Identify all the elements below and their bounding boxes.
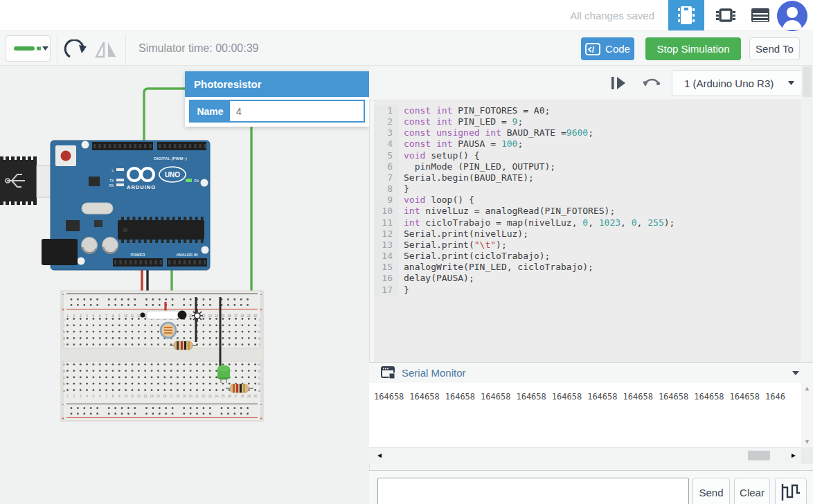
svg-text:17: 17	[170, 395, 174, 398]
waveform-icon	[780, 483, 801, 501]
slider-handle[interactable]	[178, 311, 187, 320]
svg-text:10: 10	[124, 314, 128, 318]
svg-text:g: g	[258, 336, 260, 340]
code-line[interactable]: 6 pinMode (PIN_LED, OUTPUT);	[374, 161, 801, 172]
svg-text:23: 23	[208, 395, 213, 398]
code-line[interactable]: 8}	[374, 183, 801, 195]
toolbar-separator	[125, 35, 126, 69]
light-intensity-icon	[192, 309, 203, 322]
rotate-icon[interactable]	[64, 39, 90, 59]
svg-text:10: 10	[124, 395, 128, 398]
svg-text:14: 14	[150, 395, 154, 398]
code-line[interactable]: 16delay(PAUSA);	[374, 273, 801, 284]
scrollbar-corner	[801, 447, 813, 464]
on-led	[186, 179, 192, 182]
svg-text:4: 4	[86, 314, 88, 318]
scroll-down-arrow[interactable]: ▼	[804, 438, 810, 445]
hscroll-thumb[interactable]	[748, 451, 770, 460]
code-line[interactable]: 14Serial.print(cicloTrabajo);	[374, 251, 801, 262]
flip-icon[interactable]	[94, 40, 118, 58]
code-lines: 1const int PIN_FOTORES = A0;2const int P…	[374, 105, 801, 296]
code-line[interactable]: 15analogWrite(PIN_LED, cicloTrabajo);	[374, 262, 801, 273]
serial-monitor-header[interactable]: Serial Monitor	[369, 362, 813, 383]
code-line[interactable]: 10int nivelLuz = analogRead(PIN_FOTORES)…	[374, 206, 801, 217]
component-list-button[interactable]	[742, 0, 778, 30]
code-line[interactable]: 17}	[374, 285, 801, 296]
hscroll-left-arrow[interactable]: ◄	[373, 447, 386, 464]
arduino-uno-board[interactable]: DIGITAL (PWM~) POWER ANALOG IN UNO ARDUI…	[42, 141, 210, 270]
send-button[interactable]: Send	[693, 478, 730, 504]
code-scrollbar[interactable]	[801, 66, 813, 362]
svg-text:2: 2	[73, 395, 75, 398]
serial-message-input[interactable]	[377, 478, 689, 504]
atmega-chip	[118, 220, 204, 240]
svg-text:8: 8	[112, 395, 114, 398]
svg-text:j: j	[63, 317, 64, 321]
svg-text:27: 27	[234, 395, 238, 398]
code-line[interactable]: 7Serial.begin(BAUD_RATE);	[374, 172, 801, 183]
code-line[interactable]: 9void loop() {	[374, 195, 801, 206]
svg-text:7: 7	[105, 314, 107, 318]
svg-text:1: 1	[66, 314, 69, 318]
svg-text:d: d	[63, 369, 65, 373]
svg-text:29: 29	[247, 395, 251, 398]
circuit-canvas[interactable]: DIGITAL (PWM~) POWER ANALOG IN UNO ARDUI…	[0, 66, 369, 504]
code-line[interactable]: 12Serial.print(nivelLuz);	[374, 228, 801, 240]
svg-text:26: 26	[228, 314, 232, 318]
code-editor[interactable]: 1const int PIN_FOTORES = A0;2const int P…	[374, 100, 801, 362]
code-line[interactable]: 4const int PAUSA = 100;	[374, 138, 801, 150]
toolbar-separator	[57, 35, 57, 69]
stop-simulation-button[interactable]: Stop Simulation	[645, 37, 741, 60]
serial-monitor-output-area[interactable]: 1646581646581646581646581646581646581646…	[369, 383, 801, 447]
photoresistor-slider[interactable]	[141, 311, 187, 320]
uno-label: UNO	[165, 171, 180, 179]
popup-title[interactable]: Photoresistor	[185, 71, 369, 97]
user-avatar[interactable]	[777, 1, 807, 31]
board-selector-dropdown[interactable]: 1 (Arduino Uno R3)	[672, 70, 804, 96]
circuit-view-button[interactable]	[668, 0, 704, 30]
code-scrollbar-thumb[interactable]	[803, 66, 812, 97]
serial-value: 164658	[374, 392, 404, 402]
digital-label: DIGITAL (PWM~)	[154, 156, 186, 161]
send-label: Send	[699, 487, 723, 498]
svg-text:18: 18	[176, 395, 180, 398]
send-to-label: Send To	[756, 43, 794, 55]
photoresistor[interactable]	[161, 323, 176, 338]
component-name-input[interactable]	[230, 101, 364, 121]
collapse-chevron-icon[interactable]	[792, 370, 800, 376]
serial-scrollbar[interactable]: ▲ ▼	[801, 383, 813, 447]
clear-button[interactable]: Clear	[734, 478, 770, 504]
graph-button[interactable]	[775, 478, 807, 504]
scroll-up-arrow[interactable]: ▲	[804, 385, 810, 392]
code-line[interactable]: 2const int PIN_LED = 9;	[374, 116, 801, 127]
schematic-view-button[interactable]	[708, 0, 744, 30]
code-button-label: Code	[605, 43, 630, 55]
code-line[interactable]: 13Serial.print("\t");	[374, 240, 801, 251]
serial-value: 164658	[552, 392, 582, 402]
svg-text:i: i	[64, 323, 64, 327]
analog-label: ANALOG IN	[177, 253, 198, 257]
chip-vertical-icon	[677, 4, 696, 26]
code-button[interactable]: Code	[581, 37, 634, 60]
code-line[interactable]: 1const int PIN_FOTORES = A0;	[374, 105, 801, 116]
serial-hscrollbar[interactable]	[369, 447, 801, 464]
restart-icon[interactable]	[643, 75, 661, 89]
code-line[interactable]: 3const unsigned int BAUD_RATE =9600;	[374, 127, 801, 138]
breadboard[interactable]: 1122334455667788991010111112121313141415…	[61, 291, 263, 421]
chevron-down-icon	[42, 46, 49, 51]
svg-text:b: b	[63, 381, 65, 386]
stop-button-label: Stop Simulation	[656, 43, 729, 55]
send-to-button[interactable]: Send To	[749, 37, 800, 60]
svg-text:j: j	[258, 317, 260, 321]
code-line[interactable]: 5void setup() {	[374, 150, 801, 161]
svg-text:e: e	[63, 362, 65, 366]
hscroll-right-arrow[interactable]: ►	[787, 447, 801, 464]
serial-monitor-icon	[381, 366, 396, 379]
svg-text:12: 12	[137, 395, 141, 398]
wire-color-dropdown[interactable]	[6, 35, 51, 62]
svg-text:22: 22	[202, 395, 206, 398]
debugger-icon[interactable]	[611, 77, 629, 89]
code-line[interactable]: 11int cicloTrabajo = map(nivelLuz, 0, 10…	[374, 217, 801, 228]
svg-text:+: +	[260, 307, 262, 312]
svg-text:2: 2	[73, 314, 75, 318]
